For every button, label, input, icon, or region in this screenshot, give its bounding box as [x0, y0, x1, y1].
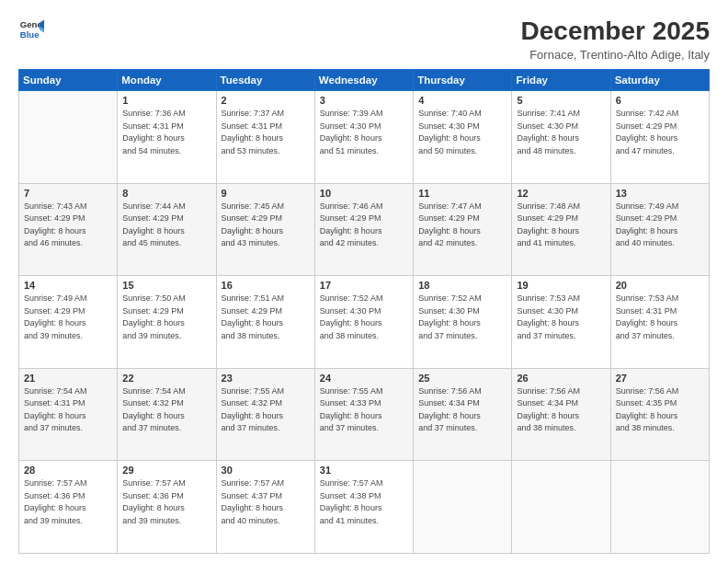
month-title: December 2025	[521, 17, 710, 46]
location: Fornace, Trentino-Alto Adige, Italy	[521, 48, 710, 62]
calendar-cell: 3Sunrise: 7:39 AM Sunset: 4:30 PM Daylig…	[314, 91, 413, 184]
day-number: 10	[320, 188, 408, 199]
day-info: Sunrise: 7:56 AM Sunset: 4:35 PM Dayligh…	[616, 385, 704, 435]
calendar-cell: 11Sunrise: 7:47 AM Sunset: 4:29 PM Dayli…	[414, 183, 512, 276]
day-info: Sunrise: 7:56 AM Sunset: 4:34 PM Dayligh…	[418, 385, 506, 435]
col-header-sunday: Sunday	[19, 70, 118, 91]
calendar-cell: 15Sunrise: 7:50 AM Sunset: 4:29 PM Dayli…	[118, 276, 216, 369]
day-number: 13	[616, 188, 704, 199]
day-number: 24	[320, 373, 408, 384]
calendar-cell: 17Sunrise: 7:52 AM Sunset: 4:30 PM Dayli…	[314, 276, 413, 369]
day-info: Sunrise: 7:55 AM Sunset: 4:32 PM Dayligh…	[222, 385, 310, 435]
header: General Blue December 2025 Fornace, Tren…	[18, 17, 710, 62]
day-number: 28	[24, 465, 112, 476]
calendar-cell: 6Sunrise: 7:42 AM Sunset: 4:29 PM Daylig…	[610, 91, 709, 184]
calendar-cell: 29Sunrise: 7:57 AM Sunset: 4:36 PM Dayli…	[118, 461, 216, 554]
day-info: Sunrise: 7:39 AM Sunset: 4:30 PM Dayligh…	[320, 108, 408, 157]
calendar-cell: 5Sunrise: 7:41 AM Sunset: 4:30 PM Daylig…	[512, 91, 610, 184]
calendar-cell: 30Sunrise: 7:57 AM Sunset: 4:37 PM Dayli…	[216, 461, 314, 554]
day-info: Sunrise: 7:49 AM Sunset: 4:29 PM Dayligh…	[616, 201, 704, 250]
day-info: Sunrise: 7:56 AM Sunset: 4:34 PM Dayligh…	[517, 385, 605, 435]
day-number: 31	[320, 465, 408, 476]
day-number: 27	[616, 373, 704, 384]
svg-text:Blue: Blue	[20, 29, 40, 40]
logo-icon: General Blue	[18, 17, 44, 42]
calendar-cell: 9Sunrise: 7:45 AM Sunset: 4:29 PM Daylig…	[216, 183, 314, 276]
calendar-cell: 12Sunrise: 7:48 AM Sunset: 4:29 PM Dayli…	[512, 183, 610, 276]
day-info: Sunrise: 7:57 AM Sunset: 4:36 PM Dayligh…	[24, 477, 112, 527]
col-header-saturday: Saturday	[610, 70, 709, 91]
calendar-cell: 24Sunrise: 7:55 AM Sunset: 4:33 PM Dayli…	[314, 368, 413, 461]
day-number: 26	[517, 373, 605, 384]
week-row-4: 28Sunrise: 7:57 AM Sunset: 4:36 PM Dayli…	[19, 461, 710, 554]
day-number: 17	[320, 280, 408, 291]
calendar-cell	[414, 461, 512, 554]
calendar-cell: 18Sunrise: 7:52 AM Sunset: 4:30 PM Dayli…	[414, 276, 512, 369]
calendar-cell	[512, 461, 610, 554]
calendar-cell: 28Sunrise: 7:57 AM Sunset: 4:36 PM Dayli…	[19, 461, 118, 554]
day-info: Sunrise: 7:47 AM Sunset: 4:29 PM Dayligh…	[418, 201, 506, 250]
calendar-cell: 16Sunrise: 7:51 AM Sunset: 4:29 PM Dayli…	[216, 276, 314, 369]
day-info: Sunrise: 7:51 AM Sunset: 4:29 PM Dayligh…	[222, 293, 310, 342]
day-info: Sunrise: 7:57 AM Sunset: 4:36 PM Dayligh…	[122, 477, 210, 527]
calendar-cell: 8Sunrise: 7:44 AM Sunset: 4:29 PM Daylig…	[118, 183, 216, 276]
day-info: Sunrise: 7:40 AM Sunset: 4:30 PM Dayligh…	[418, 108, 506, 157]
day-number: 16	[222, 280, 310, 291]
day-info: Sunrise: 7:52 AM Sunset: 4:30 PM Dayligh…	[418, 293, 506, 342]
day-info: Sunrise: 7:57 AM Sunset: 4:37 PM Dayligh…	[222, 477, 310, 527]
day-number: 23	[222, 373, 310, 384]
calendar-cell: 14Sunrise: 7:49 AM Sunset: 4:29 PM Dayli…	[19, 276, 118, 369]
week-row-0: 1Sunrise: 7:36 AM Sunset: 4:31 PM Daylig…	[19, 91, 710, 184]
day-number: 25	[418, 373, 506, 384]
calendar-cell: 7Sunrise: 7:43 AM Sunset: 4:29 PM Daylig…	[19, 183, 118, 276]
day-number: 14	[24, 280, 112, 291]
day-number: 29	[122, 465, 210, 476]
day-info: Sunrise: 7:44 AM Sunset: 4:29 PM Dayligh…	[122, 201, 210, 250]
day-info: Sunrise: 7:57 AM Sunset: 4:38 PM Dayligh…	[320, 477, 408, 527]
day-number: 15	[122, 280, 210, 291]
day-number: 22	[122, 373, 210, 384]
calendar-cell: 4Sunrise: 7:40 AM Sunset: 4:30 PM Daylig…	[414, 91, 512, 184]
day-info: Sunrise: 7:53 AM Sunset: 4:30 PM Dayligh…	[517, 293, 605, 342]
calendar-cell: 19Sunrise: 7:53 AM Sunset: 4:30 PM Dayli…	[512, 276, 610, 369]
day-number: 20	[616, 280, 704, 291]
day-info: Sunrise: 7:45 AM Sunset: 4:29 PM Dayligh…	[222, 201, 310, 250]
day-number: 1	[122, 95, 210, 106]
calendar-cell	[610, 461, 709, 554]
calendar-cell: 26Sunrise: 7:56 AM Sunset: 4:34 PM Dayli…	[512, 368, 610, 461]
day-info: Sunrise: 7:48 AM Sunset: 4:29 PM Dayligh…	[517, 201, 605, 250]
day-number: 6	[616, 95, 704, 106]
day-info: Sunrise: 7:37 AM Sunset: 4:31 PM Dayligh…	[222, 108, 310, 157]
day-number: 12	[517, 188, 605, 199]
logo: General Blue	[18, 17, 44, 42]
col-header-monday: Monday	[118, 70, 216, 91]
calendar-cell: 31Sunrise: 7:57 AM Sunset: 4:38 PM Dayli…	[314, 461, 413, 554]
day-info: Sunrise: 7:46 AM Sunset: 4:29 PM Dayligh…	[320, 201, 408, 250]
calendar-cell: 10Sunrise: 7:46 AM Sunset: 4:29 PM Dayli…	[314, 183, 413, 276]
week-row-1: 7Sunrise: 7:43 AM Sunset: 4:29 PM Daylig…	[19, 183, 710, 276]
week-row-3: 21Sunrise: 7:54 AM Sunset: 4:31 PM Dayli…	[19, 368, 710, 461]
day-number: 18	[418, 280, 506, 291]
day-number: 11	[418, 188, 506, 199]
day-number: 3	[320, 95, 408, 106]
day-number: 21	[24, 373, 112, 384]
day-info: Sunrise: 7:42 AM Sunset: 4:29 PM Dayligh…	[616, 108, 704, 157]
calendar-cell: 21Sunrise: 7:54 AM Sunset: 4:31 PM Dayli…	[19, 368, 118, 461]
calendar-cell: 22Sunrise: 7:54 AM Sunset: 4:32 PM Dayli…	[118, 368, 216, 461]
calendar-cell: 25Sunrise: 7:56 AM Sunset: 4:34 PM Dayli…	[414, 368, 512, 461]
calendar-cell	[19, 91, 118, 184]
day-number: 7	[24, 188, 112, 199]
calendar-cell: 1Sunrise: 7:36 AM Sunset: 4:31 PM Daylig…	[118, 91, 216, 184]
day-info: Sunrise: 7:55 AM Sunset: 4:33 PM Dayligh…	[320, 385, 408, 435]
day-info: Sunrise: 7:43 AM Sunset: 4:29 PM Dayligh…	[24, 201, 112, 250]
day-number: 5	[517, 95, 605, 106]
col-header-tuesday: Tuesday	[216, 70, 314, 91]
day-number: 30	[222, 465, 310, 476]
calendar-cell: 20Sunrise: 7:53 AM Sunset: 4:31 PM Dayli…	[610, 276, 709, 369]
col-header-wednesday: Wednesday	[314, 70, 413, 91]
week-row-2: 14Sunrise: 7:49 AM Sunset: 4:29 PM Dayli…	[19, 276, 710, 369]
calendar-cell: 13Sunrise: 7:49 AM Sunset: 4:29 PM Dayli…	[610, 183, 709, 276]
day-info: Sunrise: 7:54 AM Sunset: 4:32 PM Dayligh…	[122, 385, 210, 435]
day-info: Sunrise: 7:52 AM Sunset: 4:30 PM Dayligh…	[320, 293, 408, 342]
day-info: Sunrise: 7:49 AM Sunset: 4:29 PM Dayligh…	[24, 293, 112, 342]
